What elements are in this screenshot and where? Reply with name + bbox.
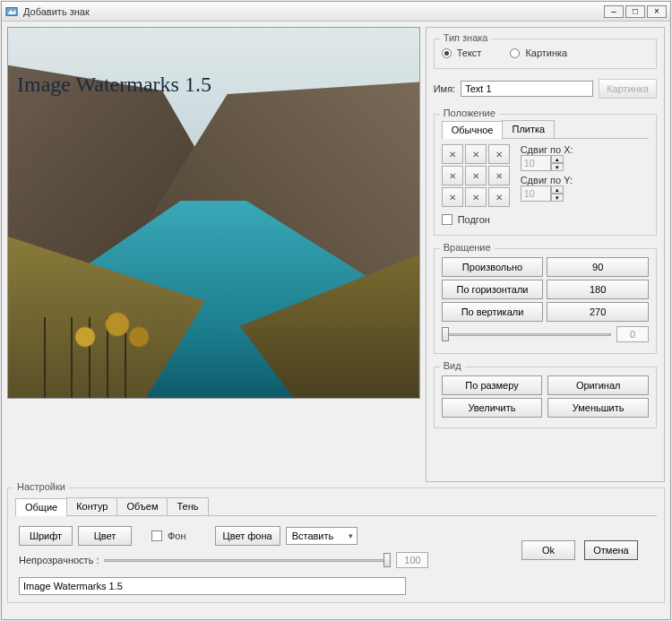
pos-tl[interactable]: ✕ bbox=[442, 144, 463, 164]
shift-x-spinner[interactable]: ▴▾ bbox=[521, 155, 573, 171]
name-label: Имя: bbox=[434, 83, 455, 94]
opacity-value: 100 bbox=[396, 552, 428, 568]
watermark-preview-text: Image Watermarks 1.5 bbox=[17, 73, 211, 97]
tab-general[interactable]: Общие bbox=[15, 498, 67, 516]
cancel-button[interactable]: Отмена bbox=[584, 540, 638, 560]
app-icon bbox=[5, 5, 18, 18]
name-input[interactable] bbox=[461, 81, 593, 97]
color-button[interactable]: Цвет bbox=[78, 526, 132, 546]
fit-label: Подгон bbox=[458, 214, 490, 225]
view-legend: Вид bbox=[440, 360, 465, 371]
minimize-button[interactable]: – bbox=[604, 5, 624, 18]
rotate-arbitrary-button[interactable]: Произвольно bbox=[442, 257, 544, 277]
flip-horizontal-button[interactable]: По горизонтали bbox=[442, 280, 544, 299]
position-group: Положение Обычное Плитка ✕ ✕ ✕ ✕ ✕ ✕ ✕ ✕ bbox=[434, 114, 657, 236]
tab-position-tile[interactable]: Плитка bbox=[502, 120, 555, 138]
type-legend: Тип знака bbox=[440, 32, 492, 43]
bg-checkbox[interactable] bbox=[151, 530, 162, 541]
position-grid: ✕ ✕ ✕ ✕ ✕ ✕ ✕ ✕ ✕ bbox=[442, 144, 510, 207]
settings-legend: Настройки bbox=[13, 481, 69, 492]
right-panel: Тип знака Текст Картинка Имя: Картинка П… bbox=[426, 27, 665, 482]
shift-x-input[interactable] bbox=[521, 155, 551, 171]
rotation-group: Вращение Произвольно 90 По горизонтали 1… bbox=[434, 248, 657, 354]
view-original-button[interactable]: Оригинал bbox=[547, 375, 649, 395]
shift-x-up[interactable]: ▴ bbox=[551, 155, 564, 163]
tab-volume[interactable]: Объем bbox=[116, 497, 168, 515]
shift-y-up[interactable]: ▴ bbox=[551, 185, 564, 194]
opacity-slider[interactable] bbox=[104, 551, 391, 569]
insert-select[interactable]: Вставить bbox=[286, 527, 358, 545]
shift-x-label: Сдвиг по X: bbox=[521, 144, 573, 155]
rotate-180-button[interactable]: 180 bbox=[547, 280, 649, 299]
flip-vertical-button[interactable]: По вертикали bbox=[442, 302, 544, 322]
picture-button[interactable]: Картинка bbox=[599, 79, 657, 99]
tab-outline[interactable]: Контур bbox=[66, 497, 117, 515]
watermark-text-input[interactable] bbox=[19, 577, 406, 595]
dialog-window: Добавить знак – □ × Image Watermarks 1.5… bbox=[1, 1, 671, 620]
rotation-legend: Вращение bbox=[440, 242, 495, 253]
position-legend: Положение bbox=[440, 108, 499, 118]
pos-mc[interactable]: ✕ bbox=[465, 166, 487, 185]
shift-y-label: Сдвиг по Y: bbox=[521, 175, 573, 185]
rotation-slider[interactable] bbox=[442, 325, 611, 343]
tab-position-normal[interactable]: Обычное bbox=[442, 121, 504, 139]
shift-y-spinner[interactable]: ▴▾ bbox=[521, 185, 573, 202]
opacity-label: Непрозрачность : bbox=[19, 555, 99, 565]
pos-br[interactable]: ✕ bbox=[488, 187, 510, 207]
type-text-label: Текст bbox=[457, 47, 482, 58]
type-image-label: Картинка bbox=[525, 47, 567, 58]
pos-bl[interactable]: ✕ bbox=[442, 187, 463, 207]
bg-color-button[interactable]: Цвет фона bbox=[215, 526, 280, 546]
tab-shadow[interactable]: Тень bbox=[167, 497, 208, 515]
fit-checkbox[interactable] bbox=[442, 214, 452, 225]
view-fit-button[interactable]: По размеру bbox=[442, 375, 543, 395]
pos-tr[interactable]: ✕ bbox=[488, 144, 510, 164]
shift-x-down[interactable]: ▾ bbox=[551, 163, 564, 171]
shift-y-down[interactable]: ▾ bbox=[551, 194, 564, 202]
type-image-radio[interactable] bbox=[510, 48, 520, 58]
view-zoom-out-button[interactable]: Уменьшить bbox=[547, 398, 649, 418]
pos-ml[interactable]: ✕ bbox=[442, 166, 463, 185]
pos-tc[interactable]: ✕ bbox=[465, 144, 487, 164]
pos-bc[interactable]: ✕ bbox=[465, 187, 487, 207]
ok-button[interactable]: Ok bbox=[521, 540, 575, 560]
close-button[interactable]: × bbox=[647, 5, 667, 18]
rotation-value: 0 bbox=[616, 326, 649, 342]
preview-pane: Image Watermarks 1.5 bbox=[7, 27, 420, 399]
rotate-270-button[interactable]: 270 bbox=[547, 302, 649, 322]
window-title: Добавить знак bbox=[23, 6, 604, 17]
view-group: Вид По размеру Оригинал Увеличить Уменьш… bbox=[434, 367, 657, 428]
bg-label: Фон bbox=[168, 530, 186, 541]
type-text-radio[interactable] bbox=[442, 48, 452, 58]
pos-mr[interactable]: ✕ bbox=[488, 166, 510, 185]
type-group: Тип знака Текст Картинка bbox=[434, 39, 657, 69]
rotate-90-button[interactable]: 90 bbox=[547, 257, 649, 277]
shift-y-input[interactable] bbox=[521, 185, 551, 202]
font-button[interactable]: Шрифт bbox=[19, 526, 73, 546]
view-zoom-in-button[interactable]: Увеличить bbox=[442, 398, 543, 418]
titlebar: Добавить знак – □ × bbox=[2, 2, 670, 22]
maximize-button[interactable]: □ bbox=[625, 5, 645, 18]
